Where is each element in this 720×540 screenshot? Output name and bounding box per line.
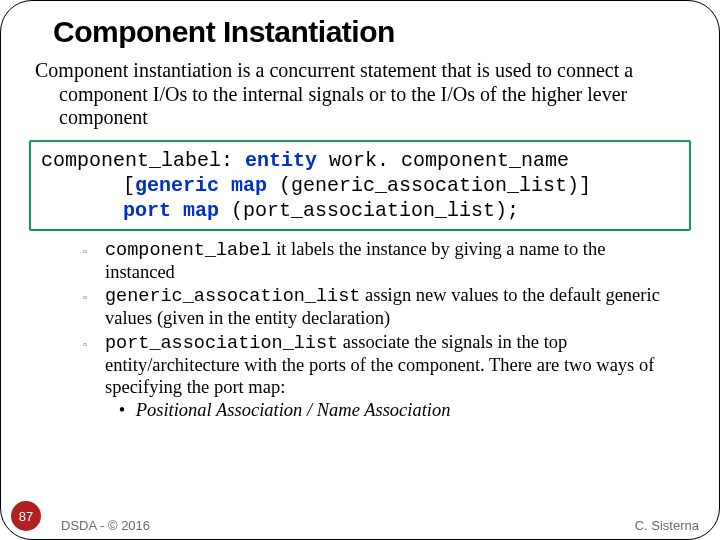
bullet-marker-icon: ▫ — [83, 239, 105, 284]
slide-frame: Component Instantiation Component instan… — [0, 0, 720, 540]
code-box: component_label: entity work. component_… — [29, 140, 691, 231]
code-l1-kw: entity — [245, 149, 317, 172]
page-number-badge: 87 — [11, 501, 41, 531]
lead-paragraph: Component instantiation is a concurrent … — [25, 59, 695, 130]
sub-bullet-text: Positional Association / Name Associatio… — [136, 400, 451, 420]
code-l1a: component_label: — [41, 149, 245, 172]
code-l2a: [ — [123, 174, 135, 197]
bullet-item: ▫ component_label it labels the instance… — [83, 239, 675, 284]
lead-text: Component instantiation is a concurrent … — [35, 59, 687, 130]
code-line-3: port map (port_association_list); — [41, 198, 679, 223]
sub-bullet-marker-icon: • — [113, 400, 131, 422]
bullet-code: port_association_list — [105, 333, 338, 354]
bullet-marker-icon: ▫ — [83, 332, 105, 421]
bullet-text: generic_assocation_list assign new value… — [105, 285, 675, 330]
code-l2b: (generic_assocation_list)] — [267, 174, 591, 197]
code-l1b: work. component_name — [317, 149, 569, 172]
code-line-1: component_label: entity work. component_… — [41, 148, 679, 173]
sub-bullet: • Positional Association / Name Associat… — [105, 400, 675, 422]
footer-right: C. Sisterna — [635, 518, 699, 533]
bullet-text: port_association_list associate the sign… — [105, 332, 675, 421]
bullet-list: ▫ component_label it labels the instance… — [83, 239, 675, 422]
slide-title: Component Instantiation — [53, 15, 695, 49]
bullet-code: generic_assocation_list — [105, 286, 360, 307]
footer-left: DSDA - © 2016 — [61, 518, 150, 533]
bullet-text: component_label it labels the instance b… — [105, 239, 675, 284]
bullet-item: ▫ port_association_list associate the si… — [83, 332, 675, 421]
code-l2-kw: generic map — [135, 174, 267, 197]
code-l3-kw: port map — [123, 199, 219, 222]
bullet-marker-icon: ▫ — [83, 285, 105, 330]
code-line-2: [generic map (generic_assocation_list)] — [41, 173, 679, 198]
bullet-item: ▫ generic_assocation_list assign new val… — [83, 285, 675, 330]
bullet-code: component_label — [105, 240, 272, 261]
code-l3b: (port_association_list); — [219, 199, 519, 222]
